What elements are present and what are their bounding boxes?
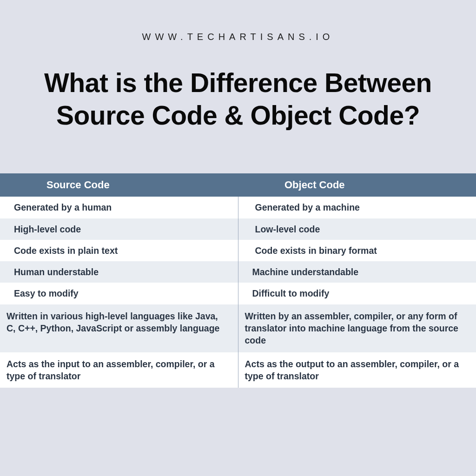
cell-object: Code exists in binary format <box>238 240 476 261</box>
col-header-object: Object Code <box>238 173 476 197</box>
cell-object: Low-level code <box>238 218 476 240</box>
comparison-table-wrap: Source Code Object Code Generated by a h… <box>0 173 476 388</box>
table-row: Acts as the input to an assembler, compi… <box>0 352 476 388</box>
col-header-source: Source Code <box>0 173 238 197</box>
page-title: What is the Difference Between Source Co… <box>0 42 476 132</box>
cell-object: Written by an assembler, compiler, or an… <box>238 304 476 352</box>
cell-source: Easy to modify <box>0 283 238 304</box>
cell-object: Generated by a machine <box>238 197 476 218</box>
table-row: Easy to modify Difficult to modify <box>0 283 476 304</box>
cell-source: Human understable <box>0 261 238 283</box>
cell-source: Written in various high-level languages … <box>0 304 238 352</box>
table-header-row: Source Code Object Code <box>0 173 476 197</box>
table-row: High-level code Low-level code <box>0 218 476 240</box>
table-row: Code exists in plain text Code exists in… <box>0 240 476 261</box>
cell-source: High-level code <box>0 218 238 240</box>
cell-object: Acts as the output to an assembler, comp… <box>238 352 476 388</box>
comparison-table: Source Code Object Code Generated by a h… <box>0 173 476 388</box>
site-url: WWW.TECHARTISANS.IO <box>0 0 476 42</box>
cell-source: Generated by a human <box>0 197 238 218</box>
cell-source: Code exists in plain text <box>0 240 238 261</box>
cell-object: Machine understandable <box>238 261 476 283</box>
table-row: Human understable Machine understandable <box>0 261 476 283</box>
cell-object: Difficult to modify <box>238 283 476 304</box>
table-row: Written in various high-level languages … <box>0 304 476 352</box>
table-row: Generated by a human Generated by a mach… <box>0 197 476 218</box>
cell-source: Acts as the input to an assembler, compi… <box>0 352 238 388</box>
